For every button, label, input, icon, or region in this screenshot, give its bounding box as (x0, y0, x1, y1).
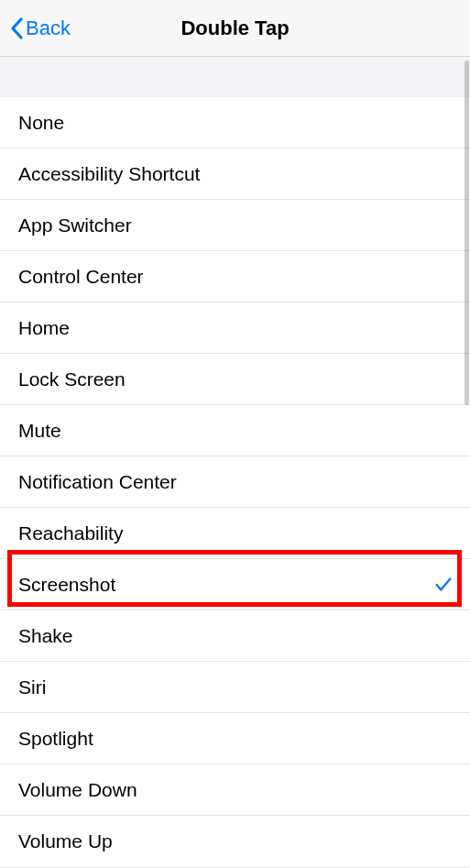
list-item[interactable]: Volume Up (0, 816, 470, 867)
list-item-label: Spotlight (18, 728, 454, 750)
list-item[interactable]: Volume Down (0, 764, 470, 816)
list-item[interactable]: Notification Center (0, 456, 470, 508)
list-item[interactable]: Lock Screen (0, 354, 470, 405)
list-item-label: Lock Screen (18, 368, 454, 390)
list-item-label: None (18, 112, 454, 134)
section-spacer (0, 57, 470, 97)
list-item-label: Shake (18, 625, 454, 647)
list-item[interactable]: Screenshot (0, 559, 470, 610)
list-item-label: Home (18, 317, 454, 339)
list-item-label: Volume Up (18, 830, 454, 852)
list-item[interactable]: Siri (0, 662, 470, 713)
list-item[interactable]: Spotlight (0, 713, 470, 764)
list-item-label: Reachability (18, 522, 454, 544)
list-item-label: Siri (18, 676, 454, 698)
back-button[interactable]: Back (0, 16, 71, 40)
checkmark-icon (433, 575, 454, 595)
scrollbar[interactable] (465, 60, 469, 405)
list-item[interactable]: None (0, 97, 470, 148)
list-item[interactable]: Control Center (0, 251, 470, 302)
nav-bar: Back Double Tap (0, 0, 470, 57)
list-item[interactable]: Home (0, 302, 470, 354)
list-item-label: Volume Down (18, 779, 454, 801)
list-item[interactable]: App Switcher (0, 200, 470, 251)
list-item[interactable]: Mute (0, 405, 470, 456)
list-item[interactable]: Shake (0, 610, 470, 662)
list-item-label: Control Center (18, 266, 454, 288)
list-item-label: Screenshot (18, 574, 433, 596)
options-list: NoneAccessibility ShortcutApp SwitcherCo… (0, 97, 470, 867)
back-label: Back (26, 16, 71, 40)
list-item-label: App Switcher (18, 214, 454, 236)
list-item[interactable]: Accessibility Shortcut (0, 148, 470, 200)
list-item-label: Mute (18, 420, 454, 442)
list-item-label: Accessibility Shortcut (18, 163, 454, 185)
list-item[interactable]: Reachability (0, 508, 470, 559)
list-item-label: Notification Center (18, 471, 454, 493)
chevron-left-icon (9, 17, 24, 39)
